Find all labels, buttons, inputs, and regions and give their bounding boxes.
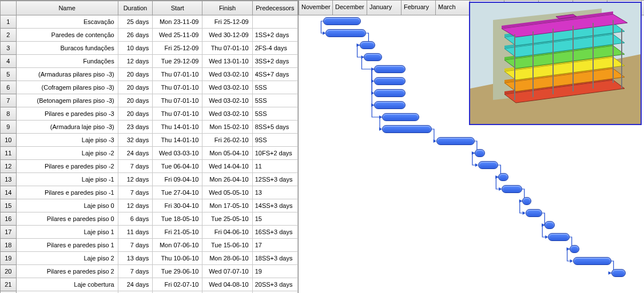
cell-start[interactable]: Thu 14-01-10 — [153, 134, 202, 147]
cell-finish[interactable]: Tue 25-05-10 — [202, 212, 252, 226]
cell-duration[interactable]: 7 days — [118, 265, 152, 278]
task-table[interactable]: Name Duration Start Finish Predecessors … — [0, 1, 298, 293]
row-number[interactable]: 16 — [1, 212, 17, 226]
cell-name[interactable]: Pilares e paredes piso 1 — [16, 239, 118, 252]
gantt-bar[interactable] — [570, 245, 580, 253]
cell-name[interactable]: Fundações — [16, 55, 118, 68]
row-number[interactable]: 1 — [1, 15, 17, 29]
row-number[interactable]: 8 — [1, 107, 17, 121]
cell-name[interactable]: Laje piso 2 — [16, 252, 118, 265]
cell-start[interactable]: Tue 29-06-10 — [153, 265, 202, 278]
gantt-bar[interactable] — [502, 185, 522, 193]
gantt-bar[interactable] — [374, 77, 406, 85]
table-row[interactable]: 19Laje piso 213 daysThu 10-06-10Mon 28-0… — [1, 252, 298, 265]
cell-duration[interactable]: 7 days — [118, 160, 152, 173]
cell-finish[interactable]: Wed 30-12-09 — [202, 29, 252, 42]
cell-start[interactable]: Mon 07-06-10 — [153, 239, 202, 252]
row-number[interactable]: 20 — [1, 265, 17, 278]
cell-name[interactable]: Laje piso 1 — [16, 226, 118, 239]
gantt-bar[interactable] — [522, 197, 531, 205]
row-number[interactable]: 7 — [1, 94, 17, 107]
gantt-bar[interactable] — [611, 269, 626, 277]
gantt-bar[interactable] — [475, 149, 485, 157]
gantt-bar[interactable] — [323, 17, 360, 25]
cell-predecessors[interactable]: 5SS — [252, 94, 297, 107]
table-row[interactable]: 21Laje cobertura24 daysFri 02-07-10Wed 0… — [1, 278, 298, 291]
cell-predecessors[interactable]: 4SS+7 days — [252, 68, 297, 81]
cell-finish[interactable]: Mon 28-06-10 — [202, 252, 252, 265]
cell-finish[interactable]: Fri 25-12-09 — [202, 15, 252, 29]
row-number[interactable]: 6 — [1, 81, 17, 94]
cell-duration[interactable]: 7 days — [118, 239, 152, 252]
gantt-bar[interactable] — [360, 41, 376, 49]
cell-duration[interactable]: 25 days — [118, 15, 152, 29]
table-row[interactable]: 6(Cofragem pilares piso -3)20 daysThu 07… — [1, 81, 298, 94]
table-row[interactable]: 10Laje piso -332 daysThu 14-01-10Fri 26-… — [1, 134, 298, 147]
cell-start[interactable]: Tue 27-04-10 — [153, 186, 202, 199]
table-row[interactable]: 17Laje piso 111 daysFri 21-05-10Fri 04-0… — [1, 226, 298, 239]
cell-finish[interactable]: Wed 13-01-10 — [202, 55, 252, 68]
row-number[interactable]: 11 — [1, 147, 17, 160]
row-number[interactable]: 5 — [1, 68, 17, 81]
cell-predecessors[interactable]: 15 — [252, 212, 297, 226]
table-row[interactable]: 11Laje piso -224 daysWed 03-03-10Mon 05-… — [1, 147, 298, 160]
cell-duration[interactable]: 9 days — [118, 291, 152, 294]
row-number[interactable]: 10 — [1, 134, 17, 147]
cell-predecessors[interactable]: 8SS+5 days — [252, 121, 297, 134]
col-rownum[interactable] — [1, 1, 17, 15]
cell-name[interactable]: Pilares e paredes piso -1 — [16, 186, 118, 199]
cell-duration[interactable]: 24 days — [118, 147, 152, 160]
cell-start[interactable]: Tue 18-05-10 — [153, 212, 202, 226]
cell-predecessors[interactable]: 14SS+3 days — [252, 199, 297, 212]
cell-finish[interactable]: Wed 03-02-10 — [202, 107, 252, 121]
gantt-bar[interactable] — [382, 125, 432, 133]
cell-name[interactable]: Laje piso -3 — [16, 134, 118, 147]
cell-start[interactable]: Thu 07-01-10 — [153, 68, 202, 81]
row-number[interactable]: 12 — [1, 160, 17, 173]
cell-name[interactable]: (Armaduras pilares piso -3) — [16, 68, 118, 81]
cell-finish[interactable]: Wed 07-07-10 — [202, 265, 252, 278]
cell-finish[interactable]: Wed 03-02-10 — [202, 81, 252, 94]
cell-finish[interactable]: Wed 03-02-10 — [202, 94, 252, 107]
model-thumbnail[interactable] — [469, 2, 642, 125]
row-number[interactable]: 19 — [1, 252, 17, 265]
cell-name[interactable]: Pilares e paredes piso 2 — [16, 265, 118, 278]
cell-finish[interactable]: Tue 15-06-10 — [202, 239, 252, 252]
cell-finish[interactable]: Tue 17-08-10 — [202, 291, 252, 294]
cell-start[interactable]: Fri 25-12-09 — [153, 42, 202, 55]
cell-start[interactable]: Fri 09-04-10 — [153, 173, 202, 186]
table-row[interactable]: 20Pilares e paredes piso 27 daysTue 29-0… — [1, 265, 298, 278]
cell-predecessors[interactable]: 13 — [252, 186, 297, 199]
cell-finish[interactable]: Mon 26-04-10 — [202, 173, 252, 186]
gantt-bar[interactable] — [374, 89, 406, 97]
cell-duration[interactable]: 13 days — [118, 252, 152, 265]
col-start[interactable]: Start — [153, 1, 202, 15]
table-row[interactable]: 13Laje piso -112 daysFri 09-04-10Mon 26-… — [1, 173, 298, 186]
cell-duration[interactable]: 20 days — [118, 94, 152, 107]
table-row[interactable]: 12Pilares e paredes piso -27 daysTue 06-… — [1, 160, 298, 173]
gantt-bar[interactable] — [374, 101, 406, 109]
table-row[interactable]: 15Laje piso 012 daysFri 30-04-10Mon 17-0… — [1, 199, 298, 212]
cell-duration[interactable]: 23 days — [118, 121, 152, 134]
cell-start[interactable]: Thu 07-01-10 — [153, 81, 202, 94]
cell-predecessors[interactable]: 17 — [252, 239, 297, 252]
cell-predecessors[interactable]: 2FS-4 days — [252, 42, 297, 55]
row-number[interactable]: 21 — [1, 278, 17, 291]
cell-predecessors[interactable]: 5SS — [252, 107, 297, 121]
table-row[interactable]: 18Pilares e paredes piso 17 daysMon 07-0… — [1, 239, 298, 252]
row-number[interactable]: 3 — [1, 42, 17, 55]
cell-name[interactable]: (Betonagem pilares piso -3) — [16, 94, 118, 107]
cell-finish[interactable]: Wed 14-04-10 — [202, 160, 252, 173]
cell-finish[interactable]: Fri 26-02-10 — [202, 134, 252, 147]
cell-duration[interactable]: 12 days — [118, 173, 152, 186]
table-row[interactable]: 7(Betonagem pilares piso -3)20 daysThu 0… — [1, 94, 298, 107]
table-row[interactable]: 2Paredes de contenção26 daysWed 25-11-09… — [1, 29, 298, 42]
cell-name[interactable]: (Cofragem pilares piso -3) — [16, 81, 118, 94]
cell-name[interactable]: (Armadura laje piso -3) — [16, 121, 118, 134]
cell-duration[interactable]: 11 days — [118, 226, 152, 239]
cell-predecessors[interactable]: 20SS+3 days — [252, 278, 297, 291]
cell-start[interactable]: Thu 14-01-10 — [153, 121, 202, 134]
cell-finish[interactable]: Wed 04-08-10 — [202, 278, 252, 291]
cell-predecessors[interactable]: 1SS+2 days — [252, 29, 297, 42]
cell-duration[interactable]: 12 days — [118, 199, 152, 212]
